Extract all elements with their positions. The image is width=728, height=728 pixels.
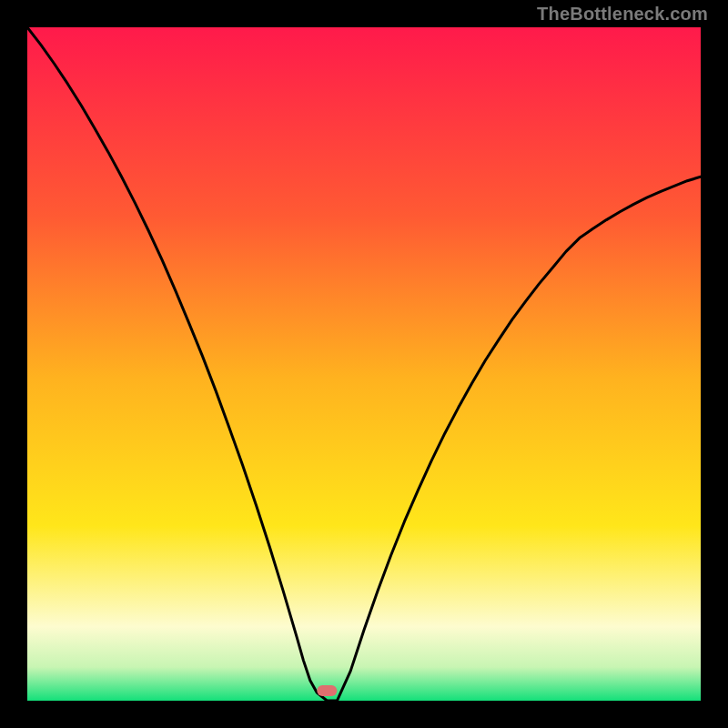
chart-area xyxy=(27,27,701,701)
watermark-text: TheBottleneck.com xyxy=(537,4,708,25)
chart-svg xyxy=(27,27,701,701)
optimal-point-marker xyxy=(317,685,337,696)
outer-frame: TheBottleneck.com xyxy=(0,0,728,728)
gradient-background xyxy=(27,27,701,701)
